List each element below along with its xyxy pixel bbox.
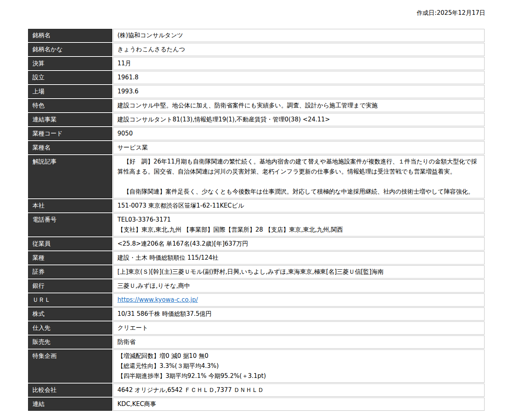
table-row-headquarters: 本社 151-0073 東京都渋谷区笹塚1-62-11KECビル (28, 199, 485, 212)
table-row-securities: 証券 [上]東京(Ｓ)[幹](主)三菱Ｕモル(副)野村,日興,いちよし,みずほ,… (28, 265, 485, 279)
row-value-stock-name-kana: きょうわこんさるたんつ (113, 43, 485, 56)
table-row-comparable-companies: 比較会社 4642 オリジナル,6542 ＦＣＨＬＤ,7377 ＤＮＨＬＤ (28, 384, 485, 397)
row-label-securities: 証券 (28, 265, 112, 279)
row-label-customers: 販売先 (28, 335, 112, 349)
row-value-commentary: 【好 調】26年11月期も自衛隊関連の繁忙続く。基地内宿舎の建て替えや基地施設案… (113, 155, 485, 198)
row-label-phone: 電話番号 (28, 213, 112, 236)
row-label-banks: 銀行 (28, 279, 112, 293)
table-row-founded: 設立 1961.8 (28, 71, 485, 84)
table-row-phone: 電話番号 TEL03-3376-3171 【支社】東京,東北,九州 【事業部】国… (28, 213, 485, 236)
row-value-suppliers: クリエート (113, 321, 485, 335)
row-value-industry: 建設・土木 時価総額順位 115/124社 (113, 251, 485, 265)
row-label-founded: 設立 (28, 71, 112, 84)
row-label-special-feature: 特集企画 (28, 349, 112, 383)
table-row-banks: 銀行 三菱Ｕ,みずほ,りそな,商中 (28, 279, 485, 293)
row-label-url: ＵＲＬ (28, 293, 112, 307)
row-label-shares: 株式 (28, 307, 112, 321)
row-value-consolidated-business: 建設コンサルタント81(13),情報処理19(1),不動産賃貸・管理0(38) … (113, 113, 485, 126)
row-label-features: 特色 (28, 99, 112, 112)
row-label-industry: 業種 (28, 251, 112, 265)
row-value-employees: <25.8>連206名 単167名(43.2歳)[年]637万円 (113, 237, 485, 250)
table-row-stock-name-kana: 銘柄名かな きょうわこんさるたんつ (28, 43, 485, 56)
row-label-industry-name: 業種名 (28, 141, 112, 154)
row-label-consolidated-subsidiaries: 連結 (28, 398, 112, 411)
row-label-listed: 上場 (28, 85, 112, 98)
company-url-link[interactable]: https://www.kyowa-c.co.jp/ (117, 296, 198, 303)
row-label-suppliers: 仕入先 (28, 321, 112, 335)
row-value-consolidated-subsidiaries: KDC,KEC商事 (113, 398, 485, 411)
company-info-page: 作成日:2025年12月17日 銘柄名 (株)協和コンサルタンツ 銘柄名かな き… (0, 0, 513, 420)
row-label-commentary: 解説記事 (28, 155, 112, 198)
row-value-founded: 1961.8 (113, 71, 485, 84)
quarterly-progress-line: 【四半期進捗率】3期平均92.1% 今期95.2%(＋3.1pt) (117, 371, 480, 381)
row-value-url: https://www.kyowa-c.co.jp/ (113, 293, 485, 307)
row-label-stock-name-kana: 銘柄名かな (28, 43, 112, 56)
row-label-industry-code: 業種コード (28, 127, 112, 140)
row-value-industry-name: サービス業 (113, 141, 485, 154)
row-value-securities: [上]東京(Ｓ)[幹](主)三菱Ｕモル(副)野村,日興,いちよし,みずほ,東海東… (113, 265, 485, 279)
row-value-features: 建設コンサル中堅。地公体に加え、防衛省案件にも実績多い。調査、設計から施工管理ま… (113, 99, 485, 112)
row-value-comparable-companies: 4642 オリジナル,6542 ＦＣＨＬＤ,7377 ＤＮＨＬＤ (113, 384, 485, 397)
table-row-shares: 株式 10/31 586千株 時価総額37.5億円 (28, 307, 485, 321)
row-label-consolidated-business: 連結事業 (28, 113, 112, 126)
row-value-customers: 防衛省 (113, 335, 485, 349)
row-value-shares: 10/31 586千株 時価総額37.5億円 (113, 307, 485, 321)
table-row-url: ＵＲＬ https://www.kyowa-c.co.jp/ (28, 293, 485, 307)
table-row-customers: 販売先 防衛省 (28, 335, 485, 349)
row-value-phone: TEL03-3376-3171 【支社】東京,東北,九州 【事業部】国際【営業所… (113, 213, 485, 236)
commentary-paragraph-2: 【自衛隊関連】案件足長く、少なくとも今後数年は仕事潤沢。対応して積極的な中途採用… (117, 187, 480, 197)
commentary-paragraph-1: 【好 調】26年11月期も自衛隊関連の繁忙続く。基地内宿舎の建て替えや基地施設案… (117, 157, 480, 177)
table-row-suppliers: 仕入先 クリエート (28, 321, 485, 335)
table-row-consolidated-subsidiaries: 連結 KDC,KEC商事 (28, 398, 485, 411)
content-area: 作成日:2025年12月17日 銘柄名 (株)協和コンサルタンツ 銘柄名かな き… (27, 0, 485, 412)
row-label-headquarters: 本社 (28, 199, 112, 212)
table-row-commentary: 解説記事 【好 調】26年11月期も自衛隊関連の繁忙続く。基地内宿舎の建て替えや… (28, 155, 485, 198)
table-row-features: 特色 建設コンサル中堅。地公体に加え、防衛省案件にも実績多い。調査、設計から施工… (28, 99, 485, 112)
table-row-industry-code: 業種コード 9050 (28, 127, 485, 140)
row-label-fiscal-month: 決算 (28, 57, 112, 70)
table-row-industry-name: 業種名 サービス業 (28, 141, 485, 154)
row-value-special-feature: 【増減配回数】増0 減0 据10 無0 【総還元性向】3.3%(３期平均4.3%… (113, 349, 485, 383)
table-row-listed: 上場 1993.6 (28, 85, 485, 98)
row-label-stock-name: 銘柄名 (28, 29, 112, 42)
table-row-employees: 従業員 <25.8>連206名 単167名(43.2歳)[年]637万円 (28, 237, 485, 250)
phone-number-line: TEL03-3376-3171 (117, 215, 480, 225)
row-value-headquarters: 151-0073 東京都渋谷区笹塚1-62-11KECビル (113, 199, 485, 212)
table-row-industry: 業種 建設・土木 時価総額順位 115/124社 (28, 251, 485, 265)
row-value-industry-code: 9050 (113, 127, 485, 140)
row-value-listed: 1993.6 (113, 85, 485, 98)
row-value-fiscal-month: 11月 (113, 57, 485, 70)
total-return-line: 【総還元性向】3.3%(３期平均4.3%) (117, 361, 480, 371)
table-row-stock-name: 銘柄名 (株)協和コンサルタンツ (28, 29, 485, 42)
company-info-table: 銘柄名 (株)協和コンサルタンツ 銘柄名かな きょうわこんさるたんつ 決算 11… (27, 28, 485, 412)
paragraph-spacer (117, 177, 480, 187)
row-label-comparable-companies: 比較会社 (28, 384, 112, 397)
table-row-fiscal-month: 決算 11月 (28, 57, 485, 70)
created-date: 作成日:2025年12月17日 (27, 9, 485, 17)
row-label-employees: 従業員 (28, 237, 112, 250)
row-value-stock-name: (株)協和コンサルタンツ (113, 29, 485, 42)
dividend-change-line: 【増減配回数】増0 減0 据10 無0 (117, 351, 480, 361)
branch-offices-line: 【支社】東京,東北,九州 【事業部】国際【営業所】28 【支店】東京,東北,九州… (117, 225, 480, 235)
table-row-consolidated-business: 連結事業 建設コンサルタント81(13),情報処理19(1),不動産賃貸・管理0… (28, 113, 485, 126)
row-value-banks: 三菱Ｕ,みずほ,りそな,商中 (113, 279, 485, 293)
table-row-special-feature: 特集企画 【増減配回数】増0 減0 据10 無0 【総還元性向】3.3%(３期平… (28, 349, 485, 383)
